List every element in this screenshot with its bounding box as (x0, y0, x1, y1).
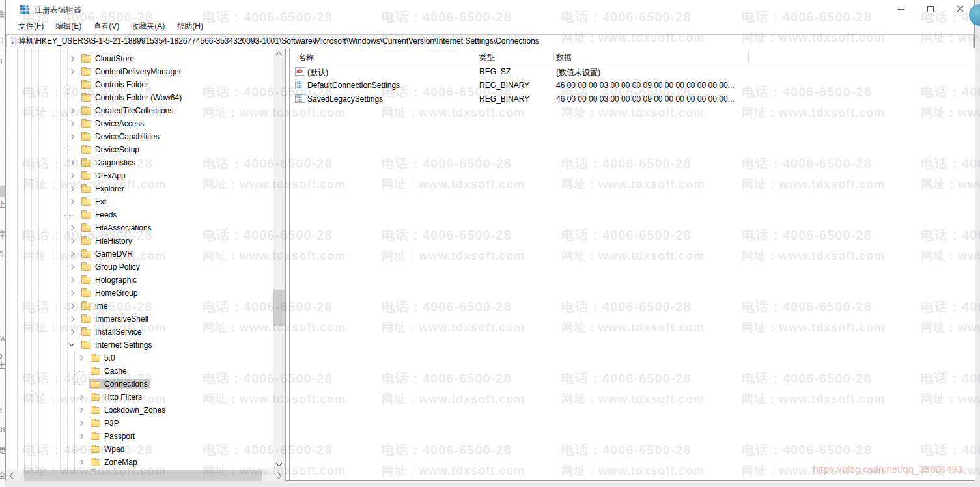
tree-item[interactable]: Http Filters (89, 392, 145, 402)
tree-item[interactable]: DeviceCapabilities (79, 132, 162, 142)
registry-values-pane[interactable]: 名称 类型 数据 (默认)REG_SZ(数值未设置)DefaultConnect… (290, 48, 975, 480)
tree-row[interactable]: GameDVR (6, 247, 285, 260)
tree-item[interactable]: Group Policy (79, 262, 143, 272)
tree-row[interactable]: FileHistory (6, 234, 285, 247)
chevron-right-icon[interactable] (77, 458, 85, 466)
tree-horizontal-scrollbar[interactable] (6, 470, 285, 481)
tree-row[interactable]: ZoneMap (6, 456, 285, 469)
tree-row[interactable]: Controls Folder (Wow64) (6, 91, 285, 104)
chevron-down-icon[interactable] (68, 341, 76, 349)
tree-row[interactable]: Passport (6, 430, 285, 443)
chevron-right-icon[interactable] (68, 315, 76, 323)
chevron-right-icon[interactable] (68, 55, 76, 63)
tree-item[interactable]: Controls Folder (79, 79, 151, 90)
chevron-right-icon[interactable] (68, 172, 76, 180)
tree-row[interactable]: Diagnostics (6, 156, 285, 169)
tree-row[interactable]: DIFxApp (6, 169, 285, 182)
pane-splitter[interactable] (285, 48, 290, 480)
tree-row[interactable]: Internet Settings (6, 339, 285, 352)
tree-item[interactable]: DeviceAccess (79, 118, 147, 129)
tree-row[interactable]: Holographic (6, 273, 285, 286)
table-row[interactable]: (默认)REG_SZ(数值未设置) (290, 65, 975, 79)
tree-row[interactable]: Cache (6, 365, 285, 378)
maximize-button[interactable] (916, 0, 945, 18)
table-row[interactable]: DefaultConnectionSettingsREG_BINARY46 00… (290, 79, 975, 92)
menu-item[interactable]: 文件(F) (12, 19, 49, 34)
chevron-right-icon[interactable] (68, 289, 76, 297)
chevron-right-icon[interactable] (68, 133, 76, 141)
tree-row[interactable]: HomeGroup (6, 286, 285, 299)
tree-item[interactable]: DeviceSetup (79, 145, 142, 155)
chevron-right-icon[interactable] (77, 354, 85, 362)
chevron-right-icon[interactable] (68, 159, 76, 167)
tree-row[interactable]: Controls Folder (6, 78, 285, 91)
tree-row[interactable]: Lockdown_Zones (6, 404, 285, 417)
menu-item[interactable]: 编辑(E) (49, 19, 87, 34)
tree-item[interactable]: Connections (89, 379, 150, 389)
tree-row[interactable]: ContentDeliveryManager (6, 65, 285, 78)
tree-item[interactable]: ImmersiveShell (79, 314, 151, 324)
chevron-right-icon[interactable] (68, 263, 76, 271)
tree-item[interactable]: Diagnostics (79, 158, 138, 168)
chevron-right-icon[interactable] (68, 185, 76, 193)
tree-row[interactable]: Wpad (6, 443, 285, 456)
chevron-right-icon[interactable] (68, 250, 76, 258)
chevron-right-icon[interactable] (68, 224, 76, 232)
tree-item[interactable]: GameDVR (79, 249, 135, 259)
tree-item[interactable]: Controls Folder (Wow64) (79, 92, 184, 103)
menu-item[interactable]: 收藏夹(A) (125, 19, 171, 34)
chevron-right-icon[interactable] (68, 107, 76, 115)
tree-row[interactable]: Feeds (6, 208, 285, 221)
tree-item[interactable]: Internet Settings (79, 340, 154, 350)
horizontal-scrollbar-thumb[interactable] (24, 470, 262, 481)
tree-item[interactable]: ZoneMap (89, 457, 140, 467)
menu-item[interactable]: 查看(V) (87, 19, 125, 34)
tree-vertical-scrollbar[interactable] (273, 48, 285, 470)
tree-row[interactable]: Group Policy (6, 260, 285, 273)
menu-item[interactable]: 帮助(H) (171, 19, 209, 34)
column-header-name[interactable]: 名称 (298, 52, 314, 63)
tree-item[interactable]: Lockdown_Zones (89, 405, 168, 415)
tree-row[interactable]: CuratedTileCollections (6, 104, 285, 117)
tree-item[interactable]: FileAssociations (79, 223, 154, 233)
tree-row[interactable]: Ext (6, 195, 285, 208)
chevron-right-icon[interactable] (68, 302, 76, 310)
tree-row[interactable]: FileAssociations (6, 221, 285, 234)
column-separator[interactable] (748, 51, 749, 62)
scroll-up-icon[interactable] (276, 52, 283, 59)
tree-item[interactable]: InstallService (79, 327, 144, 337)
minimize-button[interactable] (886, 0, 916, 18)
tree-item[interactable]: Cache (89, 366, 130, 376)
tree-row[interactable]: InstallService (6, 326, 285, 339)
tree-item[interactable]: FileHistory (79, 236, 135, 246)
scroll-left-icon[interactable] (10, 473, 16, 479)
tree-item[interactable]: Wpad (89, 444, 127, 454)
tree-item[interactable]: ContentDeliveryManager (79, 66, 184, 77)
tree-row[interactable]: ImmersiveShell (6, 313, 285, 326)
tree-row[interactable]: DeviceCapabilities (6, 130, 285, 143)
scroll-right-icon[interactable] (275, 473, 282, 479)
vertical-scrollbar-thumb[interactable] (273, 290, 285, 326)
tree-item[interactable]: CloudStore (79, 53, 137, 64)
tree-item[interactable]: ime (79, 301, 110, 311)
tree-row[interactable]: ime (6, 299, 285, 313)
chevron-right-icon[interactable] (77, 406, 85, 414)
tree-row[interactable]: P3P (6, 417, 285, 430)
tree-row[interactable]: CloudStore (6, 52, 285, 65)
column-header-data[interactable]: 数据 (556, 52, 572, 63)
registry-tree-pane[interactable]: CloudStoreContentDeliveryManagerControls… (6, 48, 285, 470)
tree-row[interactable]: Explorer (6, 182, 285, 195)
chevron-right-icon[interactable] (77, 419, 85, 427)
column-header-type[interactable]: 类型 (479, 52, 495, 63)
chevron-right-icon[interactable] (68, 328, 76, 336)
tree-row[interactable]: Connections (6, 378, 285, 391)
tree-item[interactable]: Holographic (79, 275, 139, 285)
tree-item[interactable]: Explorer (79, 184, 127, 194)
tree-item[interactable]: CuratedTileCollections (79, 105, 176, 116)
tree-item[interactable]: HomeGroup (79, 288, 140, 298)
tree-item[interactable]: DIFxApp (79, 171, 128, 181)
tree-item[interactable]: P3P (89, 418, 122, 428)
column-separator[interactable] (475, 51, 475, 62)
chevron-right-icon[interactable] (68, 68, 76, 76)
column-separator[interactable] (553, 51, 554, 62)
